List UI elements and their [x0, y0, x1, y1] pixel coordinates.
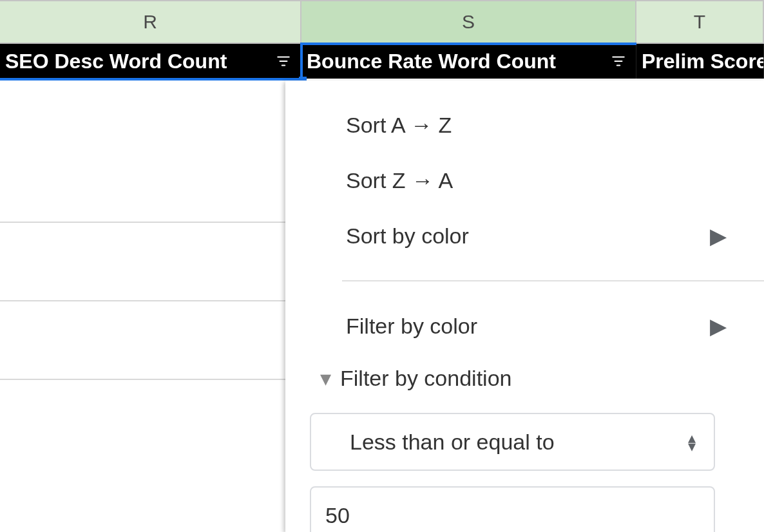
selection-border: [301, 43, 636, 45]
section-label: Filter by condition: [340, 366, 511, 391]
sort-ascending[interactable]: Sort A → Z: [285, 97, 764, 153]
chevron-right-icon: ▶: [710, 223, 727, 249]
filter-icon[interactable]: [275, 53, 292, 70]
condition-value: 50: [325, 503, 350, 528]
header-label: Bounce Rate Word Count: [307, 50, 556, 73]
grid-row[interactable]: [0, 301, 285, 380]
menu-label: Sort Z → A: [346, 168, 453, 193]
grid-row[interactable]: [0, 79, 285, 223]
column-header-R[interactable]: R: [0, 1, 301, 43]
header-label-row: SEO Desc Word Count Bounce Rate Word Cou…: [0, 44, 764, 79]
header-label: SEO Desc Word Count: [5, 50, 227, 73]
header-label: Prelim Score: [642, 50, 764, 73]
grid-row[interactable]: [0, 223, 285, 301]
header-cell-S[interactable]: Bounce Rate Word Count: [301, 44, 636, 79]
column-letter-row: R S T: [0, 0, 764, 44]
disclosure-down-icon: ▾: [320, 365, 331, 391]
chevron-right-icon: ▶: [710, 313, 727, 339]
condition-select[interactable]: Less than or equal to ▴ ▾: [310, 413, 715, 471]
condition-value-input[interactable]: 50: [310, 486, 715, 532]
column-letter: R: [143, 11, 157, 33]
column-header-S[interactable]: S: [301, 1, 636, 43]
filter-dropdown-panel: Sort A → Z Sort Z → A Sort by color ▶ Fi…: [285, 81, 764, 532]
condition-selected-label: Less than or equal to: [350, 430, 555, 455]
filter-icon[interactable]: [610, 53, 627, 70]
menu-label: Sort A → Z: [346, 113, 452, 138]
selection-border: [300, 43, 303, 81]
sort-by-color[interactable]: Sort by color ▶: [285, 208, 764, 263]
header-cell-T[interactable]: Prelim Score: [636, 44, 764, 79]
column-letter: S: [462, 11, 475, 33]
menu-label: Filter by color: [346, 314, 477, 339]
stepper-down-icon: ▾: [688, 442, 696, 450]
column-header-T[interactable]: T: [636, 1, 764, 43]
sort-descending[interactable]: Sort Z → A: [285, 153, 764, 208]
menu-divider: [342, 280, 764, 281]
spreadsheet-view: R S T SEO Desc Word Count Bounce Rate Wo…: [0, 0, 764, 532]
select-stepper-icon: ▴ ▾: [688, 433, 696, 450]
header-cell-R[interactable]: SEO Desc Word Count: [0, 44, 301, 79]
menu-label: Sort by color: [346, 223, 469, 249]
selection-border: [0, 78, 301, 81]
column-letter: T: [694, 11, 705, 33]
filter-by-condition-toggle[interactable]: ▾ Filter by condition: [285, 354, 764, 406]
filter-by-color[interactable]: Filter by color ▶: [285, 298, 764, 354]
